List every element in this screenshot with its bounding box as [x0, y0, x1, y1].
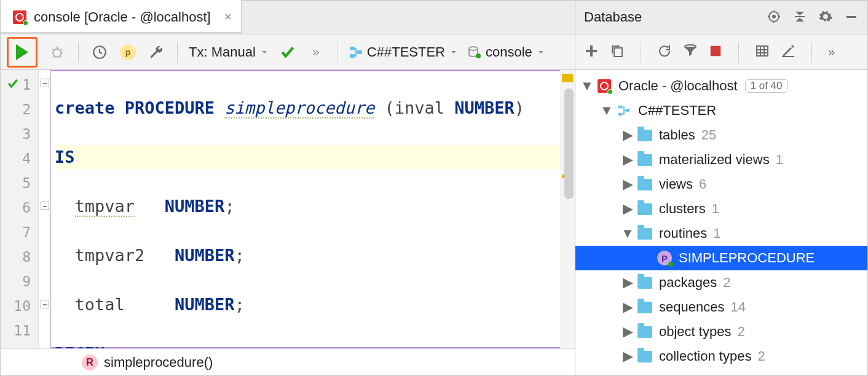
count: 2 — [723, 275, 730, 291]
count: 2 — [737, 324, 744, 340]
database-panel: Database » ▼ Oracle - — [575, 1, 867, 375]
code-editor[interactable]: 1 2 3 4 5 6 7 8 9 10 11 create PROCEDURE… — [1, 70, 575, 348]
folder-label: routines — [659, 225, 707, 241]
history-icon[interactable] — [87, 40, 112, 65]
count: 14 — [730, 299, 745, 315]
bug-icon[interactable] — [45, 40, 69, 65]
database-header: Database — [575, 1, 867, 34]
fold-toggle[interactable] — [41, 202, 49, 210]
minimize-icon[interactable] — [844, 9, 859, 26]
tree-folder-tables[interactable]: ▶ tables25 — [575, 123, 867, 147]
schema-label: C##TESTER — [638, 103, 716, 119]
svg-rect-15 — [711, 46, 721, 57]
stop-icon[interactable] — [709, 44, 722, 60]
close-icon[interactable]: × — [224, 10, 232, 24]
target-icon[interactable] — [767, 9, 781, 26]
line-number: 3 — [22, 126, 31, 142]
line-number: 8 — [22, 249, 31, 265]
count: 1 — [713, 225, 720, 241]
run-button[interactable] — [7, 37, 37, 68]
oracle-icon — [598, 79, 611, 93]
schema-dropdown[interactable]: C##TESTER — [346, 44, 461, 60]
svg-point-5 — [469, 47, 478, 50]
folder-label: sequences — [659, 299, 724, 315]
count: 25 — [701, 127, 716, 143]
gutter-check-icon — [7, 77, 19, 93]
tree-folder-object-types[interactable]: ▶ object types2 — [575, 319, 867, 344]
fold-toggle[interactable] — [41, 300, 49, 308]
datasource-label: Oracle - @localhost — [618, 78, 738, 94]
folder-label: materialized views — [659, 152, 770, 168]
line-number: 1 — [22, 77, 31, 93]
folder-label: collection types — [659, 348, 751, 364]
tab-console[interactable]: console [Oracle - @localhost] × — [1, 0, 242, 34]
line-number: 6 — [22, 200, 31, 216]
svg-rect-19 — [618, 113, 622, 116]
collapse-icon[interactable] — [792, 9, 807, 26]
tree-folder-views[interactable]: ▶ views6 — [575, 172, 867, 197]
procedure-icon: P — [657, 251, 672, 265]
line-number: 7 — [22, 224, 31, 240]
folder-icon — [637, 302, 652, 313]
svg-rect-4 — [357, 50, 362, 54]
edit-icon[interactable] — [781, 44, 795, 60]
svg-rect-9 — [795, 16, 805, 17]
count: 1 — [712, 201, 719, 217]
tx-label: Tx: Manual — [189, 44, 256, 60]
tree-folder-sequences[interactable]: ▶ sequences14 — [575, 295, 867, 319]
folder-icon — [637, 228, 652, 240]
line-number: 10 — [14, 298, 31, 314]
svg-rect-2 — [350, 47, 355, 50]
oracle-icon — [13, 10, 26, 24]
table-icon[interactable] — [755, 44, 770, 60]
folder-icon — [637, 277, 652, 289]
svg-point-8 — [773, 15, 775, 18]
tree-folder-collection-types[interactable]: ▶ collection types2 — [575, 344, 867, 369]
tree-folder-packages[interactable]: ▶ packages2 — [575, 270, 867, 295]
commit-icon[interactable] — [275, 40, 300, 65]
p-icon[interactable]: p — [116, 40, 140, 65]
more-icon[interactable]: » — [304, 40, 328, 65]
tree-folder-routines[interactable]: ▼ routines1 — [575, 221, 867, 246]
folder-label: object types — [659, 324, 731, 340]
more-icon[interactable]: » — [828, 45, 835, 59]
copy-icon[interactable] — [610, 44, 625, 60]
count: 2 — [757, 348, 765, 364]
breadcrumb-proc[interactable]: simpleprocedure() — [104, 354, 213, 370]
line-number: 2 — [22, 101, 31, 117]
svg-rect-12 — [586, 50, 597, 52]
svg-rect-16 — [757, 46, 768, 56]
tree-folder-mviews[interactable]: ▶ materialized views1 — [575, 147, 867, 172]
editor-footer: R simpleprocedure() — [1, 348, 575, 375]
tx-mode-dropdown[interactable]: Tx: Manual — [186, 44, 272, 60]
code-area[interactable]: create PROCEDURE simpleprocedure (inval … — [51, 70, 575, 348]
warning-mark[interactable] — [562, 74, 573, 82]
tab-title: console [Oracle - @localhost] — [34, 9, 211, 25]
gear-icon[interactable] — [818, 9, 833, 26]
folder-label: views — [659, 176, 693, 192]
refresh-icon[interactable] — [657, 44, 672, 60]
fold-column — [39, 70, 51, 348]
schema-icon — [349, 45, 363, 60]
folder-icon — [637, 326, 652, 338]
svg-rect-10 — [846, 16, 856, 18]
add-icon[interactable] — [584, 44, 599, 60]
marks-bar[interactable] — [560, 70, 575, 348]
line-number: 4 — [22, 151, 31, 166]
line-number: 5 — [22, 175, 31, 191]
svg-rect-13 — [614, 48, 622, 57]
folder-icon — [637, 351, 652, 362]
datasource-icon — [467, 45, 482, 60]
folder-label: packages — [659, 275, 717, 291]
tree-datasource[interactable]: ▼ Oracle - @localhost 1 of 40 — [575, 74, 867, 98]
fold-toggle[interactable] — [41, 79, 49, 87]
filter-icon[interactable] — [683, 44, 698, 60]
svg-rect-18 — [618, 106, 622, 109]
tab-bar: console [Oracle - @localhost] × — [1, 1, 575, 34]
scrollbar-thumb[interactable] — [564, 88, 574, 199]
session-dropdown[interactable]: console — [465, 44, 548, 60]
tree-item-procedure[interactable]: P SIMPLEPROCEDURE — [575, 246, 867, 270]
tree-schema[interactable]: ▼ C##TESTER — [575, 98, 867, 123]
tree-folder-clusters[interactable]: ▶ clusters1 — [575, 197, 867, 221]
wrench-icon[interactable] — [144, 40, 168, 65]
